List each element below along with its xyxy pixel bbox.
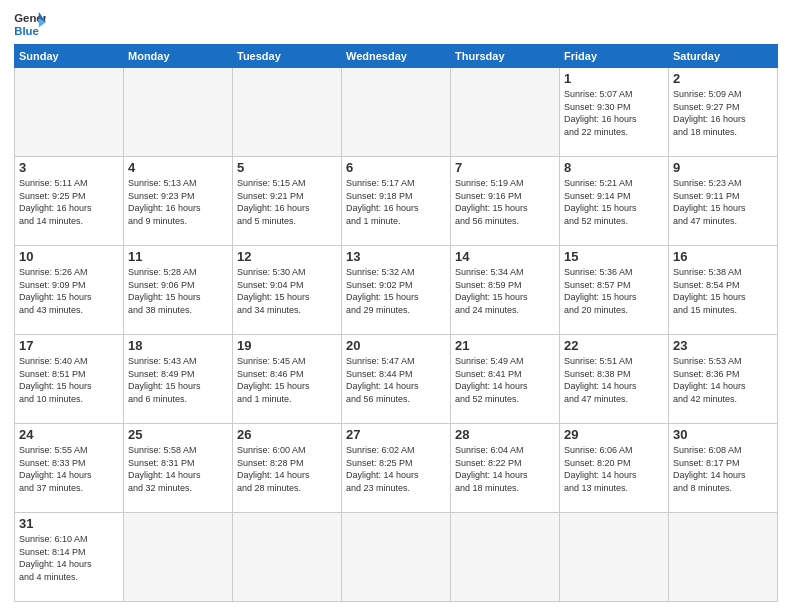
calendar-cell bbox=[451, 513, 560, 602]
day-info: Sunrise: 6:02 AM Sunset: 8:25 PM Dayligh… bbox=[346, 444, 446, 494]
day-number: 17 bbox=[19, 338, 119, 353]
calendar-cell bbox=[15, 68, 124, 157]
day-number: 30 bbox=[673, 427, 773, 442]
day-info: Sunrise: 5:11 AM Sunset: 9:25 PM Dayligh… bbox=[19, 177, 119, 227]
day-number: 27 bbox=[346, 427, 446, 442]
calendar-cell bbox=[124, 68, 233, 157]
calendar-cell: 11Sunrise: 5:28 AM Sunset: 9:06 PM Dayli… bbox=[124, 246, 233, 335]
day-info: Sunrise: 6:00 AM Sunset: 8:28 PM Dayligh… bbox=[237, 444, 337, 494]
week-row-3: 10Sunrise: 5:26 AM Sunset: 9:09 PM Dayli… bbox=[15, 246, 778, 335]
calendar-cell: 2Sunrise: 5:09 AM Sunset: 9:27 PM Daylig… bbox=[669, 68, 778, 157]
calendar-cell: 16Sunrise: 5:38 AM Sunset: 8:54 PM Dayli… bbox=[669, 246, 778, 335]
calendar-cell bbox=[342, 513, 451, 602]
weekday-header-thursday: Thursday bbox=[451, 45, 560, 68]
day-info: Sunrise: 5:34 AM Sunset: 8:59 PM Dayligh… bbox=[455, 266, 555, 316]
calendar-cell: 27Sunrise: 6:02 AM Sunset: 8:25 PM Dayli… bbox=[342, 424, 451, 513]
day-info: Sunrise: 5:40 AM Sunset: 8:51 PM Dayligh… bbox=[19, 355, 119, 405]
calendar-cell: 29Sunrise: 6:06 AM Sunset: 8:20 PM Dayli… bbox=[560, 424, 669, 513]
week-row-1: 1Sunrise: 5:07 AM Sunset: 9:30 PM Daylig… bbox=[15, 68, 778, 157]
week-row-2: 3Sunrise: 5:11 AM Sunset: 9:25 PM Daylig… bbox=[15, 157, 778, 246]
calendar-cell: 19Sunrise: 5:45 AM Sunset: 8:46 PM Dayli… bbox=[233, 335, 342, 424]
day-number: 4 bbox=[128, 160, 228, 175]
day-number: 12 bbox=[237, 249, 337, 264]
calendar-cell: 30Sunrise: 6:08 AM Sunset: 8:17 PM Dayli… bbox=[669, 424, 778, 513]
day-number: 8 bbox=[564, 160, 664, 175]
calendar-cell: 20Sunrise: 5:47 AM Sunset: 8:44 PM Dayli… bbox=[342, 335, 451, 424]
day-number: 20 bbox=[346, 338, 446, 353]
calendar-cell: 22Sunrise: 5:51 AM Sunset: 8:38 PM Dayli… bbox=[560, 335, 669, 424]
header: General Blue bbox=[14, 10, 778, 38]
calendar-cell: 7Sunrise: 5:19 AM Sunset: 9:16 PM Daylig… bbox=[451, 157, 560, 246]
day-info: Sunrise: 5:38 AM Sunset: 8:54 PM Dayligh… bbox=[673, 266, 773, 316]
calendar-cell bbox=[233, 513, 342, 602]
day-number: 31 bbox=[19, 516, 119, 531]
day-info: Sunrise: 5:15 AM Sunset: 9:21 PM Dayligh… bbox=[237, 177, 337, 227]
day-info: Sunrise: 6:04 AM Sunset: 8:22 PM Dayligh… bbox=[455, 444, 555, 494]
weekday-header-monday: Monday bbox=[124, 45, 233, 68]
weekday-header-row: SundayMondayTuesdayWednesdayThursdayFrid… bbox=[15, 45, 778, 68]
calendar-cell bbox=[669, 513, 778, 602]
day-number: 6 bbox=[346, 160, 446, 175]
day-number: 7 bbox=[455, 160, 555, 175]
day-number: 11 bbox=[128, 249, 228, 264]
day-info: Sunrise: 5:28 AM Sunset: 9:06 PM Dayligh… bbox=[128, 266, 228, 316]
calendar-cell: 9Sunrise: 5:23 AM Sunset: 9:11 PM Daylig… bbox=[669, 157, 778, 246]
calendar-cell bbox=[560, 513, 669, 602]
day-info: Sunrise: 5:43 AM Sunset: 8:49 PM Dayligh… bbox=[128, 355, 228, 405]
day-info: Sunrise: 6:10 AM Sunset: 8:14 PM Dayligh… bbox=[19, 533, 119, 583]
week-row-5: 24Sunrise: 5:55 AM Sunset: 8:33 PM Dayli… bbox=[15, 424, 778, 513]
day-number: 16 bbox=[673, 249, 773, 264]
day-number: 10 bbox=[19, 249, 119, 264]
weekday-header-saturday: Saturday bbox=[669, 45, 778, 68]
calendar-cell: 31Sunrise: 6:10 AM Sunset: 8:14 PM Dayli… bbox=[15, 513, 124, 602]
day-number: 3 bbox=[19, 160, 119, 175]
day-info: Sunrise: 5:47 AM Sunset: 8:44 PM Dayligh… bbox=[346, 355, 446, 405]
week-row-4: 17Sunrise: 5:40 AM Sunset: 8:51 PM Dayli… bbox=[15, 335, 778, 424]
day-number: 5 bbox=[237, 160, 337, 175]
calendar-cell: 3Sunrise: 5:11 AM Sunset: 9:25 PM Daylig… bbox=[15, 157, 124, 246]
day-number: 15 bbox=[564, 249, 664, 264]
calendar-cell: 6Sunrise: 5:17 AM Sunset: 9:18 PM Daylig… bbox=[342, 157, 451, 246]
day-number: 2 bbox=[673, 71, 773, 86]
day-info: Sunrise: 6:06 AM Sunset: 8:20 PM Dayligh… bbox=[564, 444, 664, 494]
day-info: Sunrise: 5:07 AM Sunset: 9:30 PM Dayligh… bbox=[564, 88, 664, 138]
day-info: Sunrise: 5:19 AM Sunset: 9:16 PM Dayligh… bbox=[455, 177, 555, 227]
day-number: 29 bbox=[564, 427, 664, 442]
day-number: 19 bbox=[237, 338, 337, 353]
day-info: Sunrise: 5:30 AM Sunset: 9:04 PM Dayligh… bbox=[237, 266, 337, 316]
calendar-cell: 21Sunrise: 5:49 AM Sunset: 8:41 PM Dayli… bbox=[451, 335, 560, 424]
day-info: Sunrise: 5:49 AM Sunset: 8:41 PM Dayligh… bbox=[455, 355, 555, 405]
calendar-cell bbox=[342, 68, 451, 157]
calendar-cell: 4Sunrise: 5:13 AM Sunset: 9:23 PM Daylig… bbox=[124, 157, 233, 246]
weekday-header-sunday: Sunday bbox=[15, 45, 124, 68]
day-number: 21 bbox=[455, 338, 555, 353]
day-info: Sunrise: 5:36 AM Sunset: 8:57 PM Dayligh… bbox=[564, 266, 664, 316]
day-info: Sunrise: 5:09 AM Sunset: 9:27 PM Dayligh… bbox=[673, 88, 773, 138]
calendar-cell: 17Sunrise: 5:40 AM Sunset: 8:51 PM Dayli… bbox=[15, 335, 124, 424]
day-info: Sunrise: 5:32 AM Sunset: 9:02 PM Dayligh… bbox=[346, 266, 446, 316]
day-info: Sunrise: 5:45 AM Sunset: 8:46 PM Dayligh… bbox=[237, 355, 337, 405]
calendar-cell: 15Sunrise: 5:36 AM Sunset: 8:57 PM Dayli… bbox=[560, 246, 669, 335]
calendar-cell: 18Sunrise: 5:43 AM Sunset: 8:49 PM Dayli… bbox=[124, 335, 233, 424]
day-info: Sunrise: 5:13 AM Sunset: 9:23 PM Dayligh… bbox=[128, 177, 228, 227]
day-info: Sunrise: 5:55 AM Sunset: 8:33 PM Dayligh… bbox=[19, 444, 119, 494]
generalblue-logo-icon: General Blue bbox=[14, 10, 46, 38]
day-info: Sunrise: 5:53 AM Sunset: 8:36 PM Dayligh… bbox=[673, 355, 773, 405]
day-number: 23 bbox=[673, 338, 773, 353]
day-info: Sunrise: 5:17 AM Sunset: 9:18 PM Dayligh… bbox=[346, 177, 446, 227]
svg-text:Blue: Blue bbox=[14, 25, 39, 37]
day-number: 24 bbox=[19, 427, 119, 442]
calendar-table: SundayMondayTuesdayWednesdayThursdayFrid… bbox=[14, 44, 778, 602]
calendar-cell: 10Sunrise: 5:26 AM Sunset: 9:09 PM Dayli… bbox=[15, 246, 124, 335]
day-number: 1 bbox=[564, 71, 664, 86]
day-number: 22 bbox=[564, 338, 664, 353]
calendar-cell: 13Sunrise: 5:32 AM Sunset: 9:02 PM Dayli… bbox=[342, 246, 451, 335]
week-row-6: 31Sunrise: 6:10 AM Sunset: 8:14 PM Dayli… bbox=[15, 513, 778, 602]
calendar-cell: 1Sunrise: 5:07 AM Sunset: 9:30 PM Daylig… bbox=[560, 68, 669, 157]
day-info: Sunrise: 5:58 AM Sunset: 8:31 PM Dayligh… bbox=[128, 444, 228, 494]
calendar-cell: 25Sunrise: 5:58 AM Sunset: 8:31 PM Dayli… bbox=[124, 424, 233, 513]
day-number: 25 bbox=[128, 427, 228, 442]
calendar-cell bbox=[451, 68, 560, 157]
calendar-cell: 23Sunrise: 5:53 AM Sunset: 8:36 PM Dayli… bbox=[669, 335, 778, 424]
calendar-cell: 24Sunrise: 5:55 AM Sunset: 8:33 PM Dayli… bbox=[15, 424, 124, 513]
